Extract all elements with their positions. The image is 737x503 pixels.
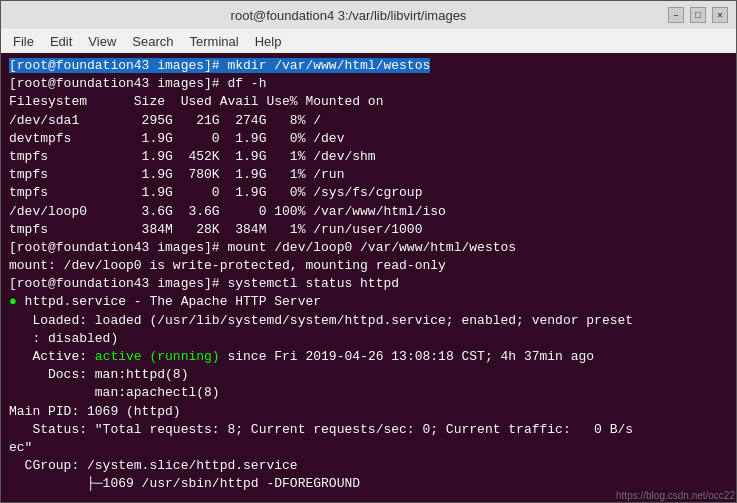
menu-view[interactable]: View bbox=[80, 32, 124, 51]
terminal-line: devtmpfs 1.9G 0 1.9G 0% /dev bbox=[9, 130, 728, 148]
terminal-line: : disabled) bbox=[9, 330, 728, 348]
terminal-line: [root@foundation43 images]# df -h bbox=[9, 75, 728, 93]
terminal-line: ec" bbox=[9, 439, 728, 457]
terminal-line: Docs: man:httpd(8) bbox=[9, 366, 728, 384]
title-bar: root@foundation4 3:/var/lib/libvirt/imag… bbox=[1, 1, 736, 29]
terminal-line: ● httpd.service - The Apache HTTP Server bbox=[9, 293, 728, 311]
terminal-line: Active: active (running) since Fri 2019-… bbox=[9, 348, 728, 366]
terminal-line: tmpfs 384M 28K 384M 1% /run/user/1000 bbox=[9, 221, 728, 239]
minimize-button[interactable]: – bbox=[668, 7, 684, 23]
terminal-line: mount: /dev/loop0 is write-protected, mo… bbox=[9, 257, 728, 275]
menu-file[interactable]: File bbox=[5, 32, 42, 51]
terminal-line: /dev/sda1 295G 21G 274G 8% / bbox=[9, 112, 728, 130]
terminal-line: [root@foundation43 images]# systemctl st… bbox=[9, 275, 728, 293]
close-button[interactable]: ✕ bbox=[712, 7, 728, 23]
terminal-line: /dev/loop0 3.6G 3.6G 0 100% /var/www/htm… bbox=[9, 203, 728, 221]
menu-help[interactable]: Help bbox=[247, 32, 290, 51]
maximize-button[interactable]: □ bbox=[690, 7, 706, 23]
terminal-line: Filesystem Size Used Avail Use% Mounted … bbox=[9, 93, 728, 111]
terminal-line: man:apachectl(8) bbox=[9, 384, 728, 402]
terminal-line: tmpfs 1.9G 0 1.9G 0% /sys/fs/cgroup bbox=[9, 184, 728, 202]
window-title: root@foundation4 3:/var/lib/libvirt/imag… bbox=[29, 8, 668, 23]
terminal-line: tmpfs 1.9G 452K 1.9G 1% /dev/shm bbox=[9, 148, 728, 166]
menu-bar: File Edit View Search Terminal Help bbox=[1, 29, 736, 53]
menu-terminal[interactable]: Terminal bbox=[182, 32, 247, 51]
terminal-line: CGroup: /system.slice/httpd.service bbox=[9, 457, 728, 475]
terminal-line: [root@foundation43 images]# mount /dev/l… bbox=[9, 239, 728, 257]
terminal-body[interactable]: [root@foundation43 images]# mkdir /var/w… bbox=[1, 53, 736, 502]
terminal-line: Main PID: 1069 (httpd) bbox=[9, 403, 728, 421]
terminal-line: Status: "Total requests: 8; Current requ… bbox=[9, 421, 728, 439]
window-controls[interactable]: – □ ✕ bbox=[668, 7, 728, 23]
terminal-line: tmpfs 1.9G 780K 1.9G 1% /run bbox=[9, 166, 728, 184]
terminal-line: Loaded: loaded (/usr/lib/systemd/system/… bbox=[9, 312, 728, 330]
terminal-window: root@foundation4 3:/var/lib/libvirt/imag… bbox=[0, 0, 737, 503]
watermark: https://blog.csdn.net/occ22 bbox=[616, 490, 735, 501]
terminal-line: [root@foundation43 images]# mkdir /var/w… bbox=[9, 57, 728, 75]
menu-search[interactable]: Search bbox=[124, 32, 181, 51]
menu-edit[interactable]: Edit bbox=[42, 32, 80, 51]
